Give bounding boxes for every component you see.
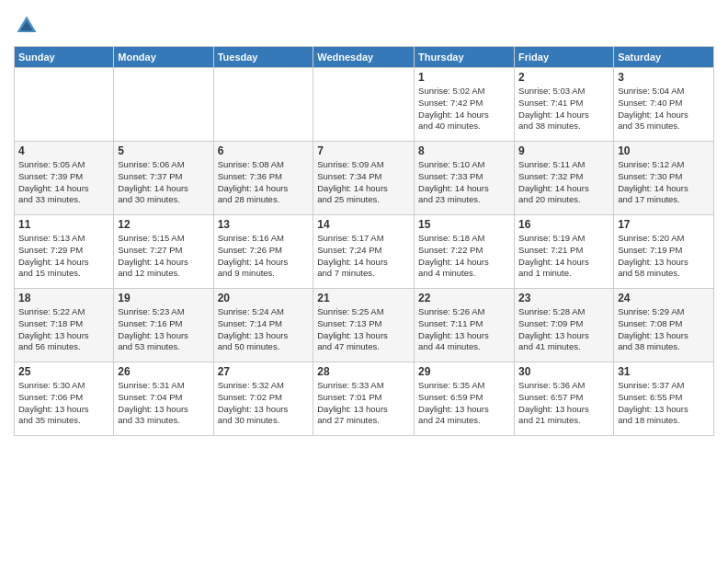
day-info: Sunrise: 5:15 AM Sunset: 7:27 PM Dayligh…	[118, 233, 209, 280]
calendar-cell: 29Sunrise: 5:35 AM Sunset: 6:59 PM Dayli…	[415, 362, 515, 436]
day-info: Sunrise: 5:23 AM Sunset: 7:16 PM Dayligh…	[118, 306, 209, 353]
calendar-cell: 10Sunrise: 5:12 AM Sunset: 7:30 PM Dayli…	[614, 142, 714, 215]
calendar-cell: 16Sunrise: 5:19 AM Sunset: 7:21 PM Dayli…	[515, 215, 614, 289]
day-info: Sunrise: 5:04 AM Sunset: 7:40 PM Dayligh…	[618, 86, 710, 132]
weekday-header: Wednesday	[313, 47, 415, 68]
calendar-cell: 8Sunrise: 5:10 AM Sunset: 7:33 PM Daylig…	[415, 142, 515, 215]
calendar-cell: 5Sunrise: 5:06 AM Sunset: 7:37 PM Daylig…	[114, 142, 213, 215]
calendar-cell: 24Sunrise: 5:29 AM Sunset: 7:08 PM Dayli…	[614, 289, 714, 362]
day-info: Sunrise: 5:16 AM Sunset: 7:26 PM Dayligh…	[218, 233, 310, 280]
day-info: Sunrise: 5:17 AM Sunset: 7:24 PM Dayligh…	[317, 233, 410, 280]
day-number: 11	[18, 218, 109, 231]
day-number: 5	[118, 144, 209, 157]
day-number: 26	[118, 365, 209, 378]
weekday-header: Tuesday	[213, 47, 313, 68]
day-number: 28	[317, 365, 410, 378]
day-number: 2	[518, 71, 609, 84]
day-info: Sunrise: 5:28 AM Sunset: 7:09 PM Dayligh…	[518, 306, 609, 353]
calendar-cell: 6Sunrise: 5:08 AM Sunset: 7:36 PM Daylig…	[213, 142, 313, 215]
day-number: 18	[18, 292, 109, 304]
day-number: 24	[618, 292, 710, 304]
day-number: 15	[418, 218, 510, 231]
day-number: 31	[618, 365, 710, 378]
day-info: Sunrise: 5:08 AM Sunset: 7:36 PM Dayligh…	[218, 159, 310, 206]
day-number: 23	[518, 292, 609, 304]
calendar-cell: 13Sunrise: 5:16 AM Sunset: 7:26 PM Dayli…	[213, 215, 313, 289]
calendar-cell: 25Sunrise: 5:30 AM Sunset: 7:06 PM Dayli…	[15, 362, 114, 436]
calendar-cell: 28Sunrise: 5:33 AM Sunset: 7:01 PM Dayli…	[313, 362, 415, 436]
calendar-week-row: 25Sunrise: 5:30 AM Sunset: 7:06 PM Dayli…	[15, 362, 714, 436]
day-info: Sunrise: 5:33 AM Sunset: 7:01 PM Dayligh…	[317, 380, 410, 427]
day-info: Sunrise: 5:29 AM Sunset: 7:08 PM Dayligh…	[618, 306, 710, 353]
day-number: 16	[518, 218, 609, 231]
day-info: Sunrise: 5:26 AM Sunset: 7:11 PM Dayligh…	[418, 306, 510, 353]
calendar-cell	[313, 68, 415, 142]
calendar-week-row: 18Sunrise: 5:22 AM Sunset: 7:18 PM Dayli…	[15, 289, 714, 362]
weekday-header: Thursday	[415, 47, 515, 68]
day-number: 1	[418, 71, 510, 84]
page-header	[14, 9, 714, 39]
calendar-cell: 30Sunrise: 5:36 AM Sunset: 6:57 PM Dayli…	[515, 362, 614, 436]
day-number: 3	[618, 71, 710, 84]
calendar-week-row: 4Sunrise: 5:05 AM Sunset: 7:39 PM Daylig…	[15, 142, 714, 215]
weekday-header-row: SundayMondayTuesdayWednesdayThursdayFrid…	[15, 47, 714, 68]
logo-icon	[14, 13, 40, 39]
day-info: Sunrise: 5:24 AM Sunset: 7:14 PM Dayligh…	[218, 306, 310, 353]
day-number: 7	[317, 144, 410, 157]
day-info: Sunrise: 5:12 AM Sunset: 7:30 PM Dayligh…	[618, 159, 710, 206]
calendar-cell: 12Sunrise: 5:15 AM Sunset: 7:27 PM Dayli…	[114, 215, 213, 289]
calendar-cell: 19Sunrise: 5:23 AM Sunset: 7:16 PM Dayli…	[114, 289, 213, 362]
calendar-cell: 31Sunrise: 5:37 AM Sunset: 6:55 PM Dayli…	[614, 362, 714, 436]
day-info: Sunrise: 5:03 AM Sunset: 7:41 PM Dayligh…	[518, 86, 609, 132]
day-number: 13	[218, 218, 310, 231]
day-number: 14	[317, 218, 410, 231]
day-info: Sunrise: 5:18 AM Sunset: 7:22 PM Dayligh…	[418, 233, 510, 280]
calendar-cell	[15, 68, 114, 142]
weekday-header: Sunday	[15, 47, 114, 68]
calendar-cell: 23Sunrise: 5:28 AM Sunset: 7:09 PM Dayli…	[515, 289, 614, 362]
calendar-cell	[114, 68, 213, 142]
day-number: 30	[518, 365, 609, 378]
day-info: Sunrise: 5:25 AM Sunset: 7:13 PM Dayligh…	[317, 306, 410, 353]
calendar-cell: 11Sunrise: 5:13 AM Sunset: 7:29 PM Dayli…	[15, 215, 114, 289]
day-number: 19	[118, 292, 209, 304]
calendar-cell: 18Sunrise: 5:22 AM Sunset: 7:18 PM Dayli…	[15, 289, 114, 362]
day-number: 9	[518, 144, 609, 157]
calendar-week-row: 11Sunrise: 5:13 AM Sunset: 7:29 PM Dayli…	[15, 215, 714, 289]
calendar-cell: 3Sunrise: 5:04 AM Sunset: 7:40 PM Daylig…	[614, 68, 714, 142]
calendar-cell: 15Sunrise: 5:18 AM Sunset: 7:22 PM Dayli…	[415, 215, 515, 289]
day-number: 6	[218, 144, 310, 157]
page-container: SundayMondayTuesdayWednesdayThursdayFrid…	[0, 0, 728, 445]
day-number: 27	[218, 365, 310, 378]
weekday-header: Saturday	[614, 47, 714, 68]
day-number: 12	[118, 218, 209, 231]
day-info: Sunrise: 5:05 AM Sunset: 7:39 PM Dayligh…	[18, 159, 109, 206]
day-info: Sunrise: 5:20 AM Sunset: 7:19 PM Dayligh…	[618, 233, 710, 280]
day-number: 22	[418, 292, 510, 304]
day-info: Sunrise: 5:13 AM Sunset: 7:29 PM Dayligh…	[18, 233, 109, 280]
calendar-cell: 2Sunrise: 5:03 AM Sunset: 7:41 PM Daylig…	[515, 68, 614, 142]
calendar-cell: 7Sunrise: 5:09 AM Sunset: 7:34 PM Daylig…	[313, 142, 415, 215]
calendar-cell: 22Sunrise: 5:26 AM Sunset: 7:11 PM Dayli…	[415, 289, 515, 362]
calendar-cell: 17Sunrise: 5:20 AM Sunset: 7:19 PM Dayli…	[614, 215, 714, 289]
day-number: 29	[418, 365, 510, 378]
calendar-cell: 9Sunrise: 5:11 AM Sunset: 7:32 PM Daylig…	[515, 142, 614, 215]
day-info: Sunrise: 5:37 AM Sunset: 6:55 PM Dayligh…	[618, 380, 710, 427]
day-number: 21	[317, 292, 410, 304]
calendar-cell: 27Sunrise: 5:32 AM Sunset: 7:02 PM Dayli…	[213, 362, 313, 436]
day-info: Sunrise: 5:10 AM Sunset: 7:33 PM Dayligh…	[418, 159, 510, 206]
day-number: 10	[618, 144, 710, 157]
day-info: Sunrise: 5:35 AM Sunset: 6:59 PM Dayligh…	[418, 380, 510, 427]
day-number: 4	[18, 144, 109, 157]
day-number: 8	[418, 144, 510, 157]
calendar-table: SundayMondayTuesdayWednesdayThursdayFrid…	[14, 46, 714, 436]
day-info: Sunrise: 5:06 AM Sunset: 7:37 PM Dayligh…	[118, 159, 209, 206]
logo	[14, 13, 41, 39]
day-info: Sunrise: 5:32 AM Sunset: 7:02 PM Dayligh…	[218, 380, 310, 427]
calendar-cell: 1Sunrise: 5:02 AM Sunset: 7:42 PM Daylig…	[415, 68, 515, 142]
day-info: Sunrise: 5:30 AM Sunset: 7:06 PM Dayligh…	[18, 380, 109, 427]
calendar-cell: 4Sunrise: 5:05 AM Sunset: 7:39 PM Daylig…	[15, 142, 114, 215]
day-number: 20	[218, 292, 310, 304]
day-number: 17	[618, 218, 710, 231]
day-info: Sunrise: 5:19 AM Sunset: 7:21 PM Dayligh…	[518, 233, 609, 280]
